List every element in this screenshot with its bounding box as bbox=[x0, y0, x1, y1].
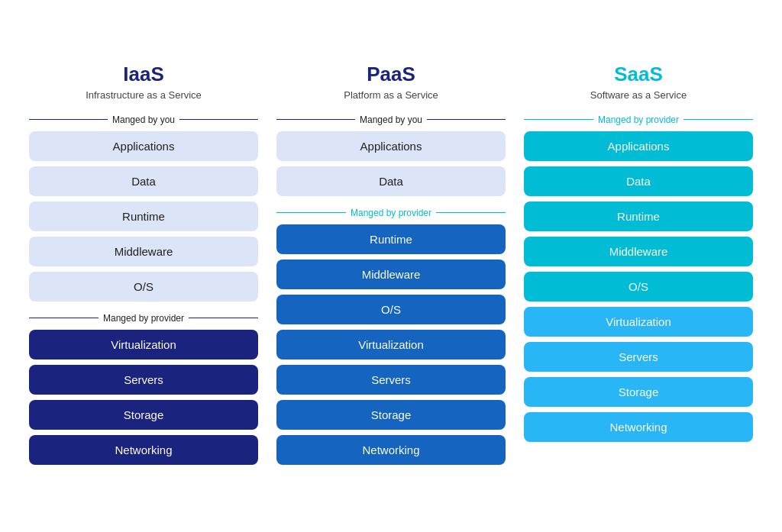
iaas-title: IaaS bbox=[123, 63, 164, 86]
paas-data: Data bbox=[276, 166, 506, 196]
paas-subtitle: Platform as a Service bbox=[344, 89, 438, 101]
saas-divider-provider-line-left bbox=[524, 119, 593, 121]
paas-divider-provider-line-left bbox=[276, 212, 346, 214]
saas-virtualization: Virtualization bbox=[524, 307, 753, 337]
saas-data: Data bbox=[524, 166, 753, 196]
saas-title: SaaS bbox=[614, 63, 663, 86]
iaas-divider-you: Manged by you bbox=[29, 114, 258, 125]
iaas-data: Data bbox=[29, 166, 258, 196]
paas-networking: Networking bbox=[276, 435, 506, 465]
paas-middleware: Middleware bbox=[276, 260, 506, 289]
paas-applications: Applications bbox=[276, 131, 506, 161]
paas-divider-you-label: Manged by you bbox=[360, 114, 422, 125]
iaas-servers: Servers bbox=[29, 365, 258, 395]
iaas-column: IaaS Infrastructure as a Service Manged … bbox=[29, 63, 258, 470]
saas-applications: Applications bbox=[524, 131, 753, 161]
iaas-middleware: Middleware bbox=[29, 237, 258, 266]
saas-divider-provider-label: Manged by provider bbox=[598, 114, 679, 125]
iaas-divider-provider: Manged by provider bbox=[29, 313, 258, 324]
saas-runtime: Runtime bbox=[524, 202, 753, 231]
iaas-divider-you-line-right bbox=[179, 119, 258, 121]
paas-storage: Storage bbox=[276, 400, 506, 430]
saas-divider-provider-line-right bbox=[683, 119, 753, 121]
iaas-applications: Applications bbox=[29, 131, 258, 161]
saas-storage: Storage bbox=[524, 377, 753, 407]
paas-divider-you-line-left bbox=[276, 119, 355, 121]
paas-divider-provider-line-right bbox=[436, 212, 506, 214]
paas-divider-you: Manged by you bbox=[276, 114, 506, 125]
paas-servers: Servers bbox=[276, 365, 506, 395]
paas-title: PaaS bbox=[367, 63, 415, 86]
main-container: IaaS Infrastructure as a Service Manged … bbox=[0, 38, 782, 495]
iaas-runtime: Runtime bbox=[29, 202, 258, 231]
iaas-subtitle: Infrastructure as a Service bbox=[86, 89, 202, 101]
paas-virtualization: Virtualization bbox=[276, 330, 506, 360]
iaas-storage: Storage bbox=[29, 400, 258, 430]
saas-networking: Networking bbox=[524, 412, 753, 442]
iaas-divider-provider-line-left bbox=[29, 318, 99, 319]
saas-middleware: Middleware bbox=[524, 237, 753, 266]
iaas-virtualization: Virtualization bbox=[29, 330, 258, 360]
iaas-divider-provider-line-right bbox=[189, 318, 258, 319]
iaas-networking: Networking bbox=[29, 435, 258, 465]
iaas-divider-you-label: Manged by you bbox=[112, 114, 175, 125]
paas-os: O/S bbox=[276, 295, 506, 324]
saas-column: SaaS Software as a Service Manged by pro… bbox=[524, 63, 753, 447]
iaas-os: O/S bbox=[29, 272, 258, 301]
iaas-divider-you-line-left bbox=[29, 119, 108, 121]
saas-servers: Servers bbox=[524, 342, 753, 372]
saas-subtitle: Software as a Service bbox=[590, 89, 687, 101]
paas-column: PaaS Platform as a Service Manged by you… bbox=[276, 63, 506, 470]
saas-os: O/S bbox=[524, 272, 753, 301]
paas-divider-you-line-right bbox=[427, 119, 506, 121]
paas-divider-provider: Manged by provider bbox=[276, 208, 506, 218]
iaas-divider-provider-label: Manged by provider bbox=[103, 313, 184, 324]
paas-divider-provider-label: Manged by provider bbox=[351, 208, 431, 218]
paas-runtime: Runtime bbox=[276, 224, 506, 254]
saas-divider-provider: Manged by provider bbox=[524, 114, 753, 125]
